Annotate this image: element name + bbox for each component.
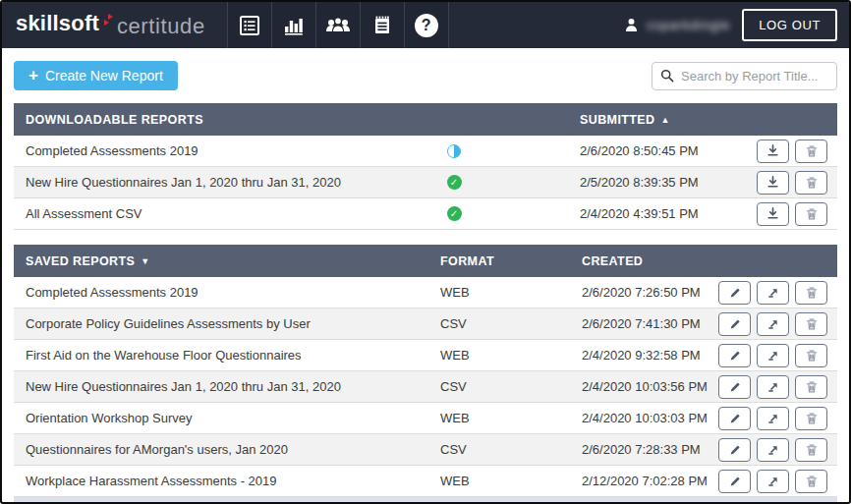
delete-button[interactable] <box>795 470 827 493</box>
delete-button[interactable] <box>795 140 827 163</box>
form-list-icon <box>238 14 261 37</box>
edit-button[interactable] <box>718 407 751 430</box>
download-button[interactable] <box>757 202 789 226</box>
report-title: Questionnaires for AMorgan's users, Jan … <box>14 442 428 457</box>
create-new-report-button[interactable]: + Create New Report <box>14 61 178 90</box>
delete-button[interactable] <box>795 281 827 305</box>
table-row: New Hire Questionnaires Jan 1, 2020 thru… <box>14 167 837 198</box>
report-title: Completed Assessments 2019 <box>14 143 425 158</box>
format-column-header: FORMAT <box>428 254 570 268</box>
export-arrow-icon <box>766 475 780 488</box>
report-title: New Hire Questionnaires Jan 1, 2020 thru… <box>14 175 425 190</box>
report-format: WEB <box>428 285 570 300</box>
created-date: 2/4/2020 9:32:58 PM <box>570 348 709 363</box>
report-format: CSV <box>428 316 570 331</box>
export-arrow-icon <box>766 286 780 300</box>
help-question-icon: ? <box>415 14 438 37</box>
pencil-icon <box>728 475 742 488</box>
download-button[interactable] <box>757 171 789 195</box>
status-in-progress-icon <box>447 144 461 158</box>
run-report-button[interactable] <box>757 470 789 493</box>
nav-users-icon[interactable] <box>316 2 361 48</box>
logo-product-text: certitude <box>117 16 205 37</box>
delete-button[interactable] <box>795 344 827 367</box>
delete-button[interactable] <box>795 438 827 462</box>
report-title: All Assessment CSV <box>14 206 425 221</box>
trash-icon <box>805 443 819 457</box>
created-column-header: CREATED <box>570 254 709 268</box>
table-row: First Aid on the Warehouse Floor Questio… <box>14 340 837 371</box>
top-navigation-bar: skillsoft certitude <box>2 2 849 48</box>
table-row: Orientation Workshop Survey WEB 2/4/2020… <box>14 403 837 434</box>
table-row: Completed Assessments 2019 2/6/2020 8:50… <box>14 136 837 167</box>
run-report-button[interactable] <box>757 407 789 430</box>
created-date: 2/6/2020 7:28:33 PM <box>570 442 709 457</box>
edit-button[interactable] <box>718 375 751 399</box>
edit-button[interactable] <box>718 312 751 336</box>
delete-button[interactable] <box>795 375 827 399</box>
report-title: Workplace Harassment Assessments - 2019 <box>14 474 428 488</box>
created-date: 2/4/2020 10:03:03 PM <box>570 411 709 425</box>
download-icon <box>766 206 780 221</box>
pencil-icon <box>728 286 742 300</box>
trash-icon <box>805 144 819 158</box>
edit-button[interactable] <box>718 470 751 493</box>
report-title: New Hire Questionnaires Jan 1, 2020 thru… <box>14 379 428 394</box>
saved-reports-title[interactable]: SAVED REPORTS▼ <box>14 254 428 268</box>
plus-icon: + <box>28 69 38 83</box>
bottom-strip <box>14 497 837 504</box>
table-row: All Assessment CSV 2/4/2020 4:39:51 PM <box>14 198 837 230</box>
nav-assessment-list-icon[interactable] <box>228 2 272 48</box>
submitted-date: 2/5/2020 8:39:35 PM <box>483 175 735 190</box>
report-title: Completed Assessments 2019 <box>14 285 428 300</box>
saved-reports-header: SAVED REPORTS▼ FORMAT CREATED <box>14 245 837 277</box>
report-format: WEB <box>428 411 570 425</box>
edit-button[interactable] <box>718 344 751 367</box>
search-input[interactable] <box>681 69 828 84</box>
trash-icon <box>805 475 819 488</box>
main-nav: ? <box>227 2 449 48</box>
trash-icon <box>805 380 819 394</box>
downloadable-reports-title: DOWNLOADABLE REPORTS <box>14 113 425 127</box>
download-icon <box>766 143 780 158</box>
submitted-date: 2/4/2020 4:39:51 PM <box>483 206 735 221</box>
created-date: 2/4/2020 10:03:56 PM <box>570 379 709 394</box>
logout-button[interactable]: LOG OUT <box>742 9 837 41</box>
created-date: 2/12/2020 7:02:28 PM <box>570 474 709 488</box>
download-button[interactable] <box>757 140 789 163</box>
table-row: Corporate Policy Guidelines Assessments … <box>14 308 837 340</box>
logo-red-chevrons-icon <box>100 13 116 28</box>
table-row: Completed Assessments 2019 WEB 2/6/2020 … <box>14 277 837 308</box>
delete-button[interactable] <box>795 407 827 430</box>
edit-button[interactable] <box>718 281 751 305</box>
delete-button[interactable] <box>795 171 827 195</box>
pencil-icon <box>728 317 742 331</box>
run-report-button[interactable] <box>757 312 789 336</box>
delete-button[interactable] <box>795 312 827 336</box>
skillsoft-certitude-logo: skillsoft certitude <box>16 13 205 37</box>
trash-icon <box>805 286 819 300</box>
nav-help-icon[interactable]: ? <box>405 2 449 48</box>
run-report-button[interactable] <box>757 344 789 367</box>
created-date: 2/6/2020 7:41:30 PM <box>570 316 709 331</box>
delete-button[interactable] <box>795 202 827 226</box>
created-date: 2/6/2020 7:26:50 PM <box>570 285 709 300</box>
nav-notepad-icon[interactable] <box>361 2 405 48</box>
nav-reports-icon[interactable] <box>272 2 316 48</box>
export-arrow-icon <box>766 317 780 331</box>
run-report-button[interactable] <box>757 438 789 462</box>
main-content: + Create New Report DOWNLOADABLE REPORTS… <box>2 48 849 504</box>
run-report-button[interactable] <box>757 281 789 305</box>
trash-icon <box>805 207 819 221</box>
create-new-report-label: Create New Report <box>45 68 163 84</box>
edit-button[interactable] <box>718 438 751 462</box>
report-format: WEB <box>428 474 570 488</box>
status-completed-icon <box>447 206 462 221</box>
report-format: WEB <box>428 348 570 363</box>
downloadable-reports-header: DOWNLOADABLE REPORTS SUBMITTED▲ <box>14 103 837 136</box>
run-report-button[interactable] <box>757 375 789 399</box>
sort-descending-icon: ▼ <box>141 256 149 266</box>
submitted-column-header[interactable]: SUBMITTED▲ <box>483 113 735 127</box>
table-row: Workplace Harassment Assessments - 2019 … <box>14 466 837 497</box>
bar-chart-icon <box>282 14 306 37</box>
